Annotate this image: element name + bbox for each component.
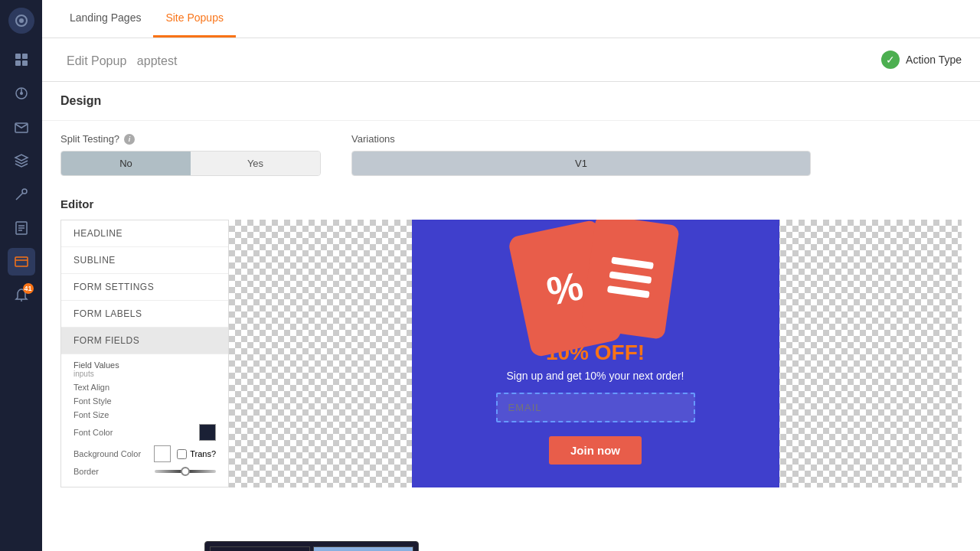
trans-label: Trans? bbox=[190, 449, 216, 458]
popup-preview: % 10% OFF! Sign up and bbox=[412, 220, 779, 487]
sidebar-item-popups[interactable] bbox=[8, 248, 35, 276]
page-title-sub: apptest bbox=[137, 54, 177, 67]
bg-color-label: Background Color bbox=[74, 449, 141, 458]
bg-color-row: Background Color Trans? bbox=[74, 445, 216, 462]
font-size-label: Font Size bbox=[74, 410, 109, 419]
picker-swatches bbox=[205, 542, 418, 551]
field-values-label: Field Values inputs bbox=[74, 360, 119, 378]
trans-checkbox-group: Trans? bbox=[177, 449, 216, 459]
sidebar-item-dashboard[interactable] bbox=[8, 46, 35, 73]
bg-color-controls: Trans? bbox=[154, 445, 216, 462]
sidebar-item-analytics[interactable] bbox=[8, 80, 35, 107]
lines-icon bbox=[606, 256, 653, 298]
page-title-main: Edit Popup bbox=[67, 54, 126, 67]
sidebar-logo[interactable] bbox=[8, 8, 34, 34]
tab-site-popups[interactable]: Site Popups bbox=[153, 0, 236, 37]
svg-rect-3 bbox=[22, 54, 28, 59]
controls-row: Split Testing? i No Yes Variations V1 bbox=[42, 121, 980, 188]
editor-item-form-labels[interactable]: FORM LABELS bbox=[61, 301, 228, 328]
sidebar-item-layers[interactable] bbox=[8, 147, 35, 174]
editor-item-form-settings[interactable]: FORM SETTINGS bbox=[61, 274, 228, 301]
editor-area: HEADLINE SUBLINE FORM SETTINGS FORM LABE… bbox=[42, 220, 980, 487]
main-content: Landing Pages Site Popups Edit Popup app… bbox=[42, 0, 980, 551]
popup-decoration: % bbox=[496, 220, 695, 373]
popup-email-input[interactable] bbox=[496, 393, 695, 422]
border-row: Border bbox=[74, 467, 216, 476]
tab-landing-pages[interactable]: Landing Pages bbox=[57, 0, 153, 37]
info-icon: i bbox=[124, 134, 135, 145]
font-color-swatch[interactable] bbox=[199, 424, 216, 441]
tag-right bbox=[580, 220, 680, 340]
svg-point-7 bbox=[20, 92, 23, 95]
sidebar: 41 bbox=[0, 0, 42, 551]
percent-icon: % bbox=[543, 262, 587, 315]
border-label: Border bbox=[74, 467, 99, 476]
top-nav: Landing Pages Site Popups bbox=[42, 0, 980, 38]
line2 bbox=[609, 271, 652, 284]
svg-point-1 bbox=[19, 18, 24, 23]
font-style-label: Font Style bbox=[74, 396, 112, 406]
content-area: Design Split Testing? i No Yes Variation… bbox=[42, 82, 980, 551]
page-title: Edit Popup apptest bbox=[60, 51, 177, 69]
form-fields-sub: Field Values inputs Text Align Font Styl… bbox=[61, 354, 228, 487]
color-picker-popup: R G B H bbox=[204, 541, 419, 551]
svg-point-9 bbox=[22, 189, 27, 194]
sidebar-item-pages[interactable] bbox=[8, 214, 35, 242]
font-style-row: Font Style bbox=[74, 396, 216, 406]
swatch-light[interactable] bbox=[313, 546, 413, 551]
border-slider[interactable] bbox=[155, 470, 216, 473]
svg-rect-2 bbox=[15, 54, 21, 59]
check-icon: ✓ bbox=[881, 51, 900, 69]
page-header: Edit Popup apptest ✓ Action Type bbox=[42, 38, 980, 82]
editor-panel: HEADLINE SUBLINE FORM SETTINGS FORM LABE… bbox=[60, 220, 229, 487]
text-align-label: Text Align bbox=[74, 383, 109, 392]
split-testing-label: Split Testing? i bbox=[60, 133, 321, 145]
split-testing-toggle: No Yes bbox=[60, 151, 321, 176]
svg-rect-14 bbox=[15, 257, 28, 266]
toggle-yes[interactable]: Yes bbox=[191, 152, 320, 175]
sidebar-item-notifications[interactable]: 41 bbox=[8, 282, 35, 309]
svg-rect-5 bbox=[22, 60, 28, 66]
font-color-label: Font Color bbox=[74, 428, 113, 437]
variations-group: Variations V1 bbox=[351, 133, 962, 176]
editor-label: Editor bbox=[42, 188, 980, 220]
popup-join-button[interactable]: Join now bbox=[549, 436, 642, 465]
variations-toggle: V1 bbox=[351, 151, 811, 176]
sidebar-item-tools[interactable] bbox=[8, 181, 35, 208]
notification-badge: 41 bbox=[23, 283, 34, 294]
variations-label: Variations bbox=[351, 133, 962, 145]
font-color-row: Font Color bbox=[74, 424, 216, 441]
design-section-title: Design bbox=[42, 82, 980, 121]
line1 bbox=[610, 256, 653, 269]
action-type-button[interactable]: ✓ Action Type bbox=[881, 51, 962, 69]
sidebar-item-email[interactable] bbox=[8, 113, 35, 141]
slider-thumb bbox=[181, 467, 190, 476]
editor-item-subline[interactable]: SUBLINE bbox=[61, 247, 228, 274]
bg-color-swatch[interactable] bbox=[154, 445, 171, 462]
action-type-label: Action Type bbox=[906, 54, 962, 66]
variation-v1[interactable]: V1 bbox=[352, 152, 810, 175]
font-size-row: Font Size bbox=[74, 410, 216, 419]
field-values-row: Field Values inputs bbox=[74, 360, 216, 378]
text-align-row: Text Align bbox=[74, 383, 216, 392]
svg-rect-4 bbox=[15, 60, 21, 66]
toggle-no[interactable]: No bbox=[61, 152, 191, 175]
trans-checkbox[interactable] bbox=[177, 449, 187, 459]
editor-item-headline[interactable]: HEADLINE bbox=[61, 220, 228, 247]
swatch-dark[interactable] bbox=[210, 546, 310, 551]
editor-item-form-fields[interactable]: FORM FIELDS bbox=[61, 328, 228, 354]
line3 bbox=[606, 285, 649, 298]
split-testing-group: Split Testing? i No Yes bbox=[60, 133, 321, 176]
preview-area: % 10% OFF! Sign up and bbox=[229, 220, 962, 487]
